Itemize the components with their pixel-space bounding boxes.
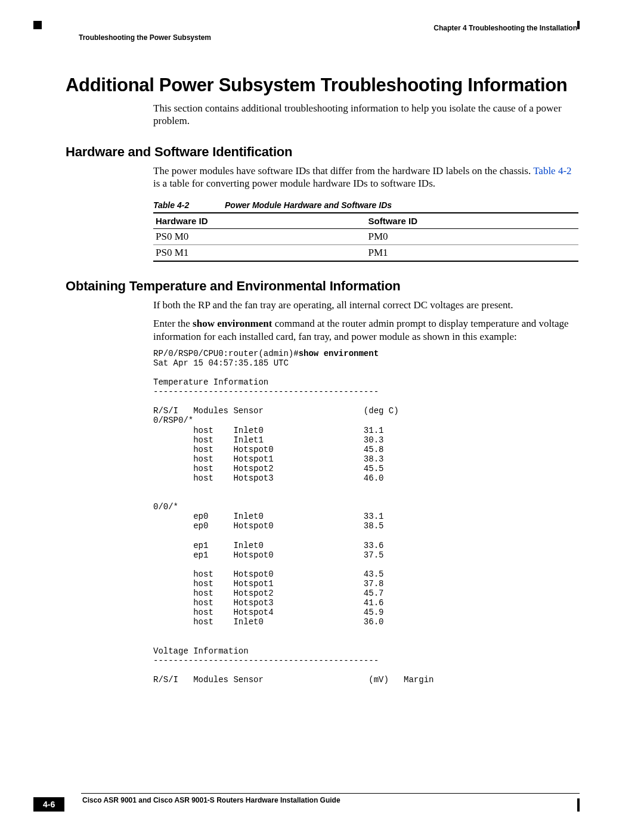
hw-sw-paragraph: The power modules have software IDs that… [153, 165, 578, 190]
col-software-id: Software ID [366, 213, 579, 229]
heading-1: Additional Power Subsystem Troubleshooti… [66, 75, 578, 96]
intro-paragraph: This section contains additional trouble… [153, 102, 578, 128]
table-row: PS0 M0 PM0 [153, 229, 578, 245]
running-head-chapter: Chapter 4 Troubleshooting the Installati… [66, 24, 577, 32]
heading-hw-sw-id: Hardware and Software Identification [66, 144, 578, 160]
heading-temp-env: Obtaining Temperature and Environmental … [66, 278, 578, 294]
footer-book-title: Cisco ASR 9001 and Cisco ASR 9001-S Rout… [82, 796, 580, 804]
temp-env-p2: Enter the show environment command at th… [153, 317, 578, 343]
page-number-badge: 4-6 [33, 797, 64, 812]
table-caption: Table 4-2Power Module Hardware and Softw… [153, 200, 578, 210]
table-row: PS0 M1 PM1 [153, 245, 578, 262]
running-head-section: Troubleshooting the Power Subsystem [79, 33, 578, 42]
table-xref[interactable]: Table 4-2 [533, 165, 571, 176]
cli-output: RP/0/RSP0/CPU0:router(admin)#show enviro… [153, 349, 578, 685]
temp-env-p1: If both the RP and the fan tray are oper… [153, 299, 578, 311]
hw-sw-table: Hardware ID Software ID PS0 M0 PM0 PS0 M… [153, 212, 578, 262]
col-hardware-id: Hardware ID [153, 213, 366, 229]
command-name: show environment [193, 318, 272, 329]
